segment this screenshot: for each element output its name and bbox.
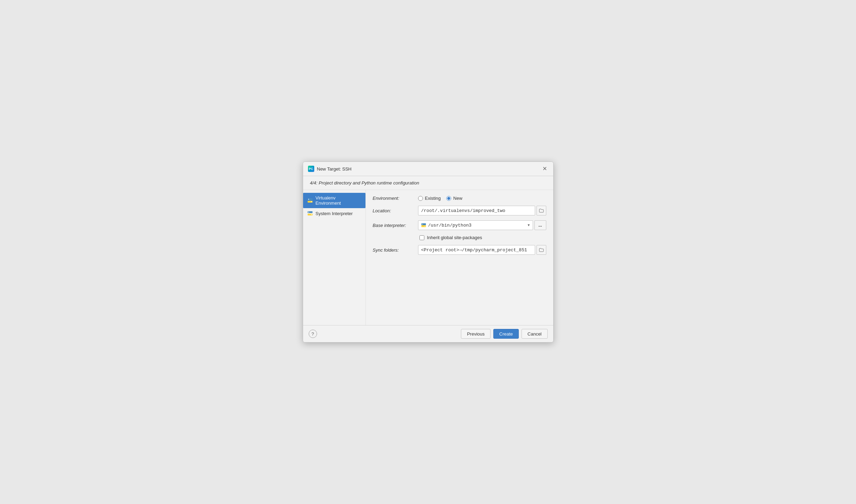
footer-buttons: Previous Create Cancel: [461, 329, 547, 339]
svg-rect-8: [421, 225, 426, 227]
sync-folders-row: Sync folders:: [373, 245, 546, 255]
python-icon: [307, 211, 313, 216]
new-radio-label: New: [453, 196, 462, 201]
folder-icon: [539, 208, 544, 213]
previous-button[interactable]: Previous: [461, 329, 491, 339]
svg-point-7: [311, 214, 311, 215]
more-button[interactable]: ...: [534, 220, 546, 230]
sync-folders-label: Sync folders:: [373, 247, 418, 253]
base-interpreter-label: Base interpreter:: [373, 223, 418, 228]
title-bar: PC New Target: SSH ✕: [303, 162, 553, 176]
existing-radio[interactable]: [418, 196, 423, 201]
cancel-button[interactable]: Cancel: [522, 329, 547, 339]
inherit-row: Inherit global site-packages: [373, 235, 546, 240]
help-button[interactable]: ?: [309, 330, 317, 338]
location-browse-button[interactable]: [537, 206, 546, 215]
main-content: Environment: Existing New Location:: [366, 190, 553, 325]
environment-row: Environment: Existing New: [373, 196, 546, 201]
base-interpreter-value: /usr/bin/python3: [428, 223, 472, 228]
location-row: Location:: [373, 206, 546, 215]
sidebar: Virtualenv Environment System Interprete…: [303, 190, 366, 325]
sync-folder-icon: [539, 247, 544, 252]
base-interpreter-row: Base interpreter: /usr/bin/python3 ▼: [373, 220, 546, 230]
new-radio-option[interactable]: New: [446, 196, 462, 201]
environment-controls: Existing New: [418, 196, 546, 201]
sidebar-item-virtualenv[interactable]: Virtualenv Environment: [303, 193, 365, 208]
svg-point-11: [424, 226, 425, 227]
environment-label: Environment:: [373, 196, 418, 201]
existing-radio-label: Existing: [425, 196, 441, 201]
virtualenv-icon: [307, 198, 313, 203]
svg-point-3: [311, 201, 311, 202]
sidebar-item-system-label: System Interpreter: [316, 211, 353, 216]
location-input[interactable]: [418, 206, 535, 215]
sidebar-item-virtualenv-label: Virtualenv Environment: [316, 195, 361, 206]
pycharm-logo: PC: [308, 166, 314, 172]
dialog-subtitle: 4/4: Project directory and Python runtim…: [303, 176, 553, 190]
python-interpreter-icon: [421, 223, 426, 228]
dialog: PC New Target: SSH ✕ 4/4: Project direct…: [303, 162, 554, 342]
close-button[interactable]: ✕: [541, 165, 548, 172]
location-label: Location:: [373, 208, 418, 213]
base-interpreter-dropdown[interactable]: /usr/bin/python3 ▼: [418, 220, 533, 230]
content-area: Virtualenv Environment System Interprete…: [303, 190, 553, 325]
location-field-group: [418, 206, 546, 215]
more-label: ...: [538, 223, 542, 228]
sync-folders-browse-button[interactable]: [537, 245, 546, 255]
footer: ? Previous Create Cancel: [303, 325, 553, 342]
svg-point-2: [308, 199, 309, 199]
svg-point-6: [308, 212, 309, 212]
svg-point-10: [422, 224, 423, 225]
base-interpreter-field-group: /usr/bin/python3 ▼ ...: [418, 220, 546, 230]
dialog-title: New Target: SSH: [317, 166, 541, 172]
inherit-label[interactable]: Inherit global site-packages: [427, 235, 482, 240]
create-button[interactable]: Create: [493, 329, 519, 339]
inherit-checkbox[interactable]: [419, 235, 424, 240]
sync-folders-field-group: [418, 245, 546, 255]
existing-radio-option[interactable]: Existing: [418, 196, 441, 201]
app-icon: PC: [308, 166, 314, 172]
new-radio[interactable]: [446, 196, 451, 201]
sync-folders-input[interactable]: [418, 245, 535, 255]
dropdown-arrow-icon: ▼: [527, 223, 530, 227]
svg-rect-9: [421, 223, 426, 226]
sidebar-item-system[interactable]: System Interpreter: [303, 208, 365, 219]
